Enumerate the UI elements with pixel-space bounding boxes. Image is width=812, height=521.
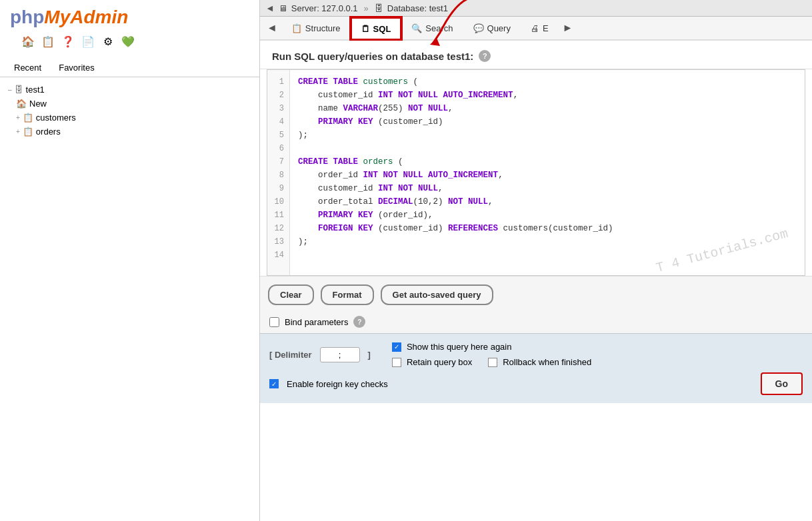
logo-my: My [44,7,70,27]
grid-icon[interactable]: 📋 [40,33,56,49]
tree-item-test1[interactable]: – 🗄 test1 [3,83,257,97]
tab-query[interactable]: 💬 Query [463,17,521,39]
main-content: ◄ 🖥 Server: 127.0.0.1 » 🗄 Database: test… [260,0,812,521]
sync-icon[interactable]: 💚 [120,33,136,49]
settings-icon[interactable]: ⚙ [100,33,116,49]
delimiter-close-bracket: ] [368,350,371,360]
favorites-tab[interactable]: Favorites [50,58,103,77]
tab-structure[interactable]: 📋 Structure [281,17,351,39]
tab-sql[interactable]: 🗒 SQL [351,17,402,39]
help-button[interactable]: ? [479,50,491,62]
bind-params-label: Bind parameters [285,317,348,327]
topbar-server: Server: 127.0.0.1 [291,3,358,13]
db-icon: 🗄 [15,85,23,95]
tab-search[interactable]: 🔍 Search [401,17,463,39]
tree-label-test1: test1 [26,85,45,95]
logo: phpMyAdmin [10,7,249,28]
retain-rollback-row: Retain query box Rollback when finished [392,357,803,367]
show-query-row: ✓ Show this query here again [392,342,803,352]
action-buttons: Clear Format Get auto-saved query [260,276,812,310]
sql-code-editor[interactable]: CREATE TABLE customers ( customer_id INT… [290,70,805,275]
expand-icon: – [8,86,12,93]
bind-params-checkbox[interactable] [269,317,279,327]
expand-icon-customers: + [16,114,20,121]
tree-item-orders[interactable]: + 📋 orders [3,125,257,139]
retain-query-checkbox[interactable] [392,358,401,367]
line-numbers: 12345 678910 11121314 [267,70,290,275]
structure-icon: 📋 [291,23,302,33]
bind-params-help[interactable]: ? [353,316,365,328]
export-icon: 🖨 [531,23,539,33]
query-header: Run SQL query/queries on database test1:… [260,41,812,69]
tree-label-orders: orders [36,127,61,137]
new-icon: 🏠 [16,99,27,109]
tree-label-customers: customers [36,113,76,123]
clear-button[interactable]: Clear [268,284,314,305]
go-button[interactable]: Go [761,372,803,395]
db-tree: – 🗄 test1 🏠 New + 📋 customers + 📋 orders [0,77,259,521]
bind-params-row: Bind parameters ? [260,310,812,333]
options-right: ✓ Show this query here again Retain quer… [379,342,803,367]
sql-icon: 🗒 [361,24,370,34]
db-icon-top: 🗄 [375,3,383,13]
foreign-key-go-row: ✓ Enable foreign key checks Go [269,372,803,395]
table-icon-orders: 📋 [23,127,33,137]
code-editor[interactable]: 12345 678910 11121314 CREATE TABLE custo… [267,69,805,276]
rollback-label: Rollback when finished [503,357,591,367]
show-query-label: Show this query here again [407,342,512,352]
foreign-key-checkbox[interactable]: ✓ [269,379,279,388]
rollback-checkbox[interactable] [488,358,497,367]
query-header-text: Run SQL query/queries on database test1: [272,51,473,62]
show-query-checkbox[interactable]: ✓ [392,342,401,352]
format-button[interactable]: Format [321,284,374,305]
search-icon: 🔍 [411,23,422,33]
table-icon-customers: 📋 [23,113,33,123]
doc-icon[interactable]: 📄 [80,33,96,49]
delimiter-row: [ Delimiter ] ✓ Show this query here aga… [269,342,803,367]
nav-arrow-left[interactable]: ◄ [263,17,281,39]
sidebar: phpMyAdmin 🏠 📋 ❓ 📄 ⚙ 💚 Recent Favorites … [0,0,260,521]
tree-item-new[interactable]: 🏠 New [3,97,257,111]
options-footer: [ Delimiter ] ✓ Show this query here aga… [260,333,812,403]
logo-php: php [10,7,44,27]
foreign-key-label: Enable foreign key checks [287,379,388,389]
sidebar-tabs: Recent Favorites [0,58,259,77]
home-icon[interactable]: 🏠 [20,33,36,49]
breadcrumb-sep: » [364,3,369,13]
content-area: Run SQL query/queries on database test1:… [260,41,812,521]
sidebar-icons: 🏠 📋 ❓ 📄 ⚙ 💚 [10,28,249,55]
nav-tabs: ◄ 📋 Structure 🗒 SQL 🔍 Search 💬 Query 🖨 E… [260,17,812,41]
query-icon: 💬 [473,23,484,33]
server-icon: 🖥 [279,3,287,13]
back-arrow[interactable]: ◄ [265,3,275,13]
help-icon[interactable]: ❓ [60,33,76,49]
tree-item-customers[interactable]: + 📋 customers [3,111,257,125]
get-auto-saved-button[interactable]: Get auto-saved query [381,284,493,305]
topbar-database: Database: test1 [387,3,448,13]
nav-arrow-right[interactable]: ► [559,17,577,39]
topbar: ◄ 🖥 Server: 127.0.0.1 » 🗄 Database: test… [260,0,812,17]
recent-tab[interactable]: Recent [5,58,50,77]
expand-icon-orders: + [16,128,20,135]
tree-label-new: New [29,99,47,109]
logo-admin: Admin [70,7,128,27]
tab-export[interactable]: 🖨 E [521,17,559,39]
logo-area: phpMyAdmin 🏠 📋 ❓ 📄 ⚙ 💚 [0,0,259,58]
delimiter-open-bracket: [ Delimiter [269,350,312,360]
retain-query-label: Retain query box [407,357,472,367]
delimiter-input[interactable] [320,347,360,362]
